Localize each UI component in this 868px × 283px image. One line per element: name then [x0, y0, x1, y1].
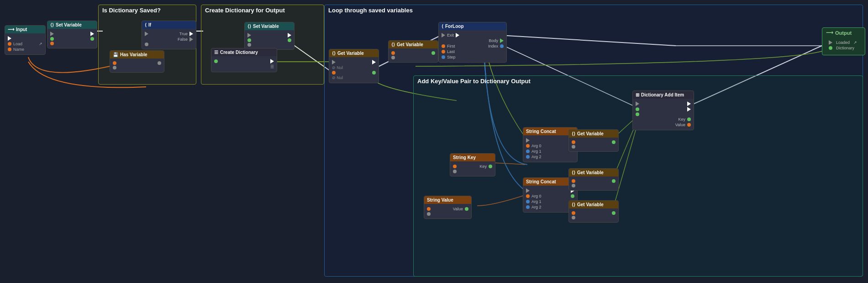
- node-output[interactable]: ⟶ Output Loaded ↗ Dictionary: [822, 27, 865, 55]
- node-get-variable-4[interactable]: ⟨⟩ Get Variable: [568, 168, 619, 191]
- list-icon: ☰: [270, 64, 274, 69]
- pin-orange: [572, 211, 575, 215]
- pin-orange: [427, 207, 431, 211]
- arg2: [526, 205, 530, 209]
- node-get-variable-3[interactable]: ⟨⟩ Get Variable: [568, 129, 619, 152]
- loaded-arrow: ↗: [853, 40, 857, 45]
- node-create-dictionary[interactable]: ☰ Create Dictionary ☰: [211, 48, 277, 72]
- node-set-variable-1[interactable]: ⟨⟩ Set Variable: [47, 21, 97, 48]
- node-input-icon: ⟶: [8, 27, 14, 32]
- pin-green2: [636, 112, 639, 116]
- last-pin: [442, 50, 445, 53]
- node-sv-body: Value: [424, 204, 471, 219]
- pin-orange: [50, 42, 54, 45]
- null-label-2: ⊘ Nul: [332, 75, 343, 80]
- pin-orange: [113, 61, 116, 65]
- node-gv3-header: ⟨⟩ Get Variable: [569, 130, 618, 138]
- node-fl-label: ForLoop: [445, 24, 464, 29]
- node-string-value[interactable]: String Value Value: [424, 196, 472, 219]
- pin-out: [270, 59, 274, 64]
- exec-in: [829, 40, 832, 45]
- node-sv2-header: ⟨⟩ Set Variable: [245, 22, 294, 30]
- value-label: Value: [453, 207, 463, 211]
- arg1-label: Arg 1: [531, 149, 542, 154]
- node-sk-label: String Key: [453, 155, 476, 160]
- node-gv4-body: [569, 176, 618, 190]
- pin-orange: [572, 140, 575, 144]
- null-label-1: ⊘ Nul: [332, 65, 343, 70]
- node-input-header: ⟶ Input: [5, 26, 45, 33]
- node-gv1-label: Get Variable: [337, 51, 364, 56]
- arg0: [526, 144, 530, 148]
- pin-green-out: [288, 38, 291, 42]
- node-input-body: Load ↗ Name: [5, 33, 45, 54]
- last-label: Last: [447, 49, 455, 54]
- node-if[interactable]: ⟨ If True False: [142, 21, 196, 49]
- node-gv2-header: ⟨⟩ Get Variable: [389, 41, 438, 48]
- arg0-label: Arg 0: [531, 194, 542, 198]
- label-name: Name: [13, 47, 24, 52]
- node-for-loop[interactable]: ⟨ ForLoop Exit Body First Index Last: [438, 22, 507, 63]
- node-sv2-label: Set Variable: [253, 24, 279, 29]
- node-gv3-body: [569, 138, 618, 151]
- node-dict-add-item[interactable]: ⊞ Dictionary Add Item Key Value: [632, 91, 694, 130]
- load-arrow: ↗: [39, 42, 42, 46]
- node-gv1-body: ⊘ Nul ⊘ Nul: [329, 57, 379, 83]
- exec-in: [526, 188, 530, 193]
- node-hv-icon: 💾: [113, 52, 118, 57]
- pin-green-out: [372, 71, 376, 75]
- node-input[interactable]: ⟶ Input Load ↗ Name: [5, 25, 46, 55]
- pin-gray: [391, 56, 395, 59]
- exit-label: Exit: [447, 33, 454, 37]
- exec-in: [145, 32, 148, 36]
- node-get-variable-2[interactable]: ⟨⟩ Get Variable: [388, 40, 438, 63]
- pin-green-out: [431, 51, 435, 55]
- node-gv4-label: Get Variable: [577, 170, 604, 175]
- dictionary-label: Dictionary: [836, 46, 854, 50]
- exit-out: [456, 33, 459, 37]
- exec-out: [372, 60, 376, 64]
- index-pin: [500, 44, 504, 48]
- node-string-key[interactable]: String Key Key: [450, 153, 495, 176]
- exec-in: [636, 101, 639, 106]
- output-icon: ⟶: [826, 30, 833, 36]
- node-sc2-label: String Concat: [526, 179, 556, 184]
- node-output-header: ⟶ Output: [826, 30, 861, 36]
- node-get-variable-1[interactable]: ⟨⟩ Get Variable ⊘ Nul ⊘ Nul: [329, 49, 379, 83]
- node-canvas: Is Dictionary Saved? Create Dictionary f…: [0, 0, 868, 283]
- node-gv2-label: Get Variable: [397, 42, 423, 47]
- label-load: Load: [13, 42, 22, 46]
- node-gv4-header: ⟨⟩ Get Variable: [569, 169, 618, 176]
- out-pin: [571, 194, 574, 198]
- pin-gray: [572, 184, 575, 187]
- arg0-label: Arg 0: [531, 144, 542, 148]
- node-dai-header: ⊞ Dictionary Add Item: [633, 91, 694, 99]
- exec-in: [247, 33, 251, 37]
- node-dai-icon: ⊞: [636, 92, 639, 97]
- node-gv1-icon: ⟨⟩: [332, 51, 336, 56]
- node-has-variable[interactable]: 💾 Has Variable: [110, 50, 164, 73]
- node-gv4-icon: ⟨⟩: [572, 170, 575, 175]
- key-label: Key: [678, 117, 685, 122]
- node-hv-body: [110, 59, 164, 72]
- arg1-label: Arg 1: [531, 199, 542, 204]
- key-pin: [687, 117, 691, 121]
- value-pin: [687, 123, 691, 127]
- node-sk-header: String Key: [450, 154, 495, 161]
- node-gv5-header: ⟨⟩ Get Variable: [569, 201, 618, 208]
- node-sc1-label: String Concat: [526, 129, 556, 134]
- exec-in: [442, 33, 445, 37]
- node-sv1-body: [47, 29, 97, 48]
- region-create-dict-title: Create Dictionary for Output: [201, 5, 324, 16]
- arg1: [526, 200, 530, 203]
- index-label: Index: [488, 44, 498, 48]
- node-cd-header: ☰ Create Dictionary: [211, 48, 277, 56]
- node-sv-header: String Value: [424, 196, 471, 204]
- pin-green-out: [612, 211, 615, 215]
- node-set-variable-2[interactable]: ⟨⟩ Set Variable: [244, 22, 295, 50]
- pin-green: [214, 59, 218, 63]
- pin-gray: [247, 43, 251, 47]
- node-output-body: Loaded ↗ Dictionary: [826, 37, 861, 53]
- pin-orange: [453, 165, 457, 168]
- node-get-variable-5[interactable]: ⟨⟩ Get Variable: [568, 200, 619, 223]
